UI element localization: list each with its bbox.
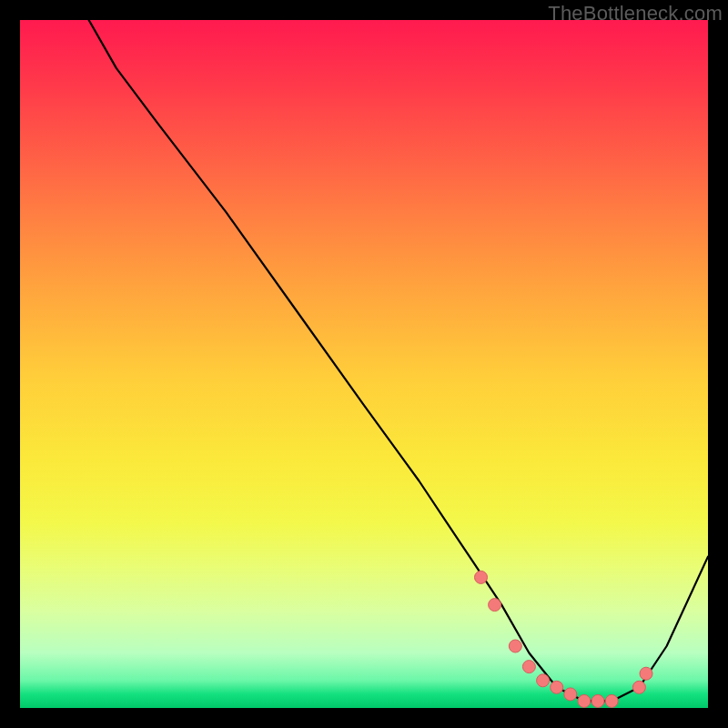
curve-marker bbox=[564, 688, 577, 701]
curve-marker bbox=[632, 681, 645, 693]
curve-marker bbox=[605, 694, 618, 707]
curve-marker bbox=[537, 674, 550, 687]
plot-area bbox=[20, 20, 708, 708]
bottleneck-curve bbox=[89, 20, 708, 701]
curve-marker bbox=[551, 681, 563, 693]
curve-marker bbox=[592, 694, 604, 707]
curve-marker bbox=[522, 661, 535, 673]
chart-frame: TheBottleneck.com bbox=[0, 0, 728, 728]
curve-marker bbox=[475, 571, 488, 583]
curve-marker bbox=[509, 640, 521, 652]
curve-markers bbox=[475, 571, 653, 707]
curve-marker bbox=[640, 667, 652, 680]
curve-marker bbox=[578, 694, 591, 707]
curve-layer bbox=[20, 20, 708, 708]
curve-marker bbox=[489, 599, 501, 612]
